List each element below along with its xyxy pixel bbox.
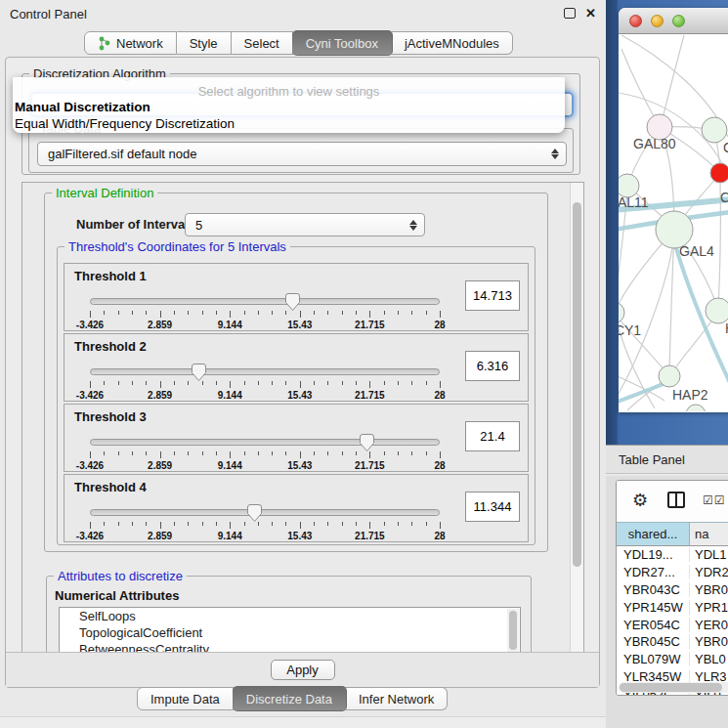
table-row[interactable]: YER054CYER0 <box>617 616 728 633</box>
slider-track[interactable] <box>90 509 440 516</box>
threshold-label: Threshold 3 <box>74 409 147 424</box>
tick-label: -3.426 <box>76 320 104 330</box>
network-node[interactable] <box>619 302 624 323</box>
tick-label: 28 <box>434 390 445 401</box>
algorithm-dropdown-popup: Select algorithm to view settings Manual… <box>13 77 565 133</box>
mac-window-titlebar[interactable] <box>619 8 728 34</box>
table-toolbar: ⚙ ☑☑ <box>617 481 728 522</box>
slider-thumb[interactable] <box>191 363 207 382</box>
tick-label: 21.715 <box>355 531 385 541</box>
threshold-panel-4: Threshold 4-3.4262.8599.14415.4321.71528… <box>64 474 529 542</box>
column-header-name[interactable]: na <box>690 523 728 545</box>
gear-icon[interactable]: ⚙ <box>632 490 648 511</box>
column-header-shared[interactable]: shared... <box>617 523 690 545</box>
threshold-slider[interactable]: -3.4262.8599.14415.4321.71528 <box>90 437 440 466</box>
slider-track[interactable] <box>90 439 440 446</box>
network-canvas[interactable]: GAL80GACGAL11GAL4GCY1HHAP2 <box>619 35 728 411</box>
threshold-value-field[interactable]: 21.4 <box>465 421 520 451</box>
table-panel-title: Table Panel <box>619 452 685 467</box>
table-row[interactable]: YDL19...YDL1 <box>617 546 728 564</box>
tab-discretize-data[interactable]: Discretize Data <box>233 686 347 711</box>
tick-label: 2.859 <box>148 390 172 401</box>
tab-infer-network[interactable]: Infer Network <box>346 687 448 710</box>
network-node[interactable] <box>659 365 680 387</box>
tab-cyni-toolbox[interactable]: Cyni Toolbox <box>292 30 393 56</box>
threshold-slider[interactable]: -3.4262.8599.14415.4321.71528 <box>90 366 440 396</box>
tick-label: 28 <box>434 320 445 330</box>
node-table: ⚙ ☑☑ shared... na YDL19...YDL1YDR27...YD… <box>616 480 728 696</box>
tab-network[interactable]: Network <box>84 31 177 55</box>
node-label: GAL4 <box>679 243 714 259</box>
slider-thumb[interactable] <box>359 433 375 452</box>
cell-name: YBR0 <box>690 582 728 597</box>
attribute-item[interactable]: TopologicalCoefficient <box>60 624 520 641</box>
algorithm-option-manual[interactable]: Manual Discretization <box>15 100 150 114</box>
tick-label: 2.859 <box>148 320 172 330</box>
table-row[interactable]: YBR043CYBR0 <box>617 581 728 599</box>
zoom-traffic-light-icon[interactable] <box>672 15 685 27</box>
tick-label: 28 <box>434 460 445 471</box>
slider-ticks <box>90 311 440 319</box>
slider-track[interactable] <box>90 368 440 375</box>
cell-shared-name: YBR045C <box>617 634 690 649</box>
tick-label: 9.144 <box>218 320 242 330</box>
attributes-group-title: Attributes to discretize <box>54 569 187 583</box>
threshold-value-field[interactable]: 11.344 <box>465 492 520 522</box>
float-window-icon[interactable] <box>564 8 576 19</box>
slider-thumb[interactable] <box>246 503 263 523</box>
number-of-intervals-value: 5 <box>186 218 407 233</box>
tab-select[interactable]: Select <box>232 31 293 55</box>
table-row[interactable]: YPR145WYPR1 <box>617 598 728 616</box>
threshold-label: Threshold 4 <box>74 480 147 494</box>
tab-style[interactable]: Style <box>177 31 232 55</box>
network-node[interactable] <box>686 405 706 411</box>
scrollbar-thumb[interactable] <box>620 683 722 692</box>
tick-label: -3.426 <box>76 390 104 401</box>
slider-thumb[interactable] <box>284 292 301 312</box>
scrollbar-thumb[interactable] <box>573 202 581 567</box>
cell-shared-name: YPR145W <box>617 600 690 615</box>
minimize-traffic-light-icon[interactable] <box>651 15 664 27</box>
number-of-intervals-combobox[interactable]: 5 <box>185 213 425 236</box>
panel-vertical-scrollbar[interactable] <box>570 183 583 652</box>
bottom-tab-strip: Impute DataDiscretize DataInfer Network <box>137 687 448 710</box>
cell-shared-name: YBL079W <box>617 652 690 666</box>
table-header-row: shared... na <box>617 522 728 546</box>
attribute-item[interactable]: SelfLoops <box>60 608 520 624</box>
threshold-value-field[interactable]: 6.316 <box>465 351 520 381</box>
table-row[interactable]: YBL079WYBL0 <box>617 651 728 668</box>
tick-label: 2.859 <box>148 460 172 471</box>
close-traffic-light-icon[interactable] <box>629 15 642 27</box>
node-label: GCY1 <box>619 322 641 338</box>
cell-name: YBL0 <box>690 652 728 666</box>
tick-label: 2.859 <box>148 531 172 541</box>
threshold-value-field[interactable]: 14.713 <box>465 280 520 311</box>
split-view-icon[interactable] <box>667 492 685 508</box>
tick-label: 21.715 <box>355 320 385 330</box>
tab-label: Network <box>116 36 163 51</box>
close-icon[interactable]: ✕ <box>585 6 596 21</box>
slider-track[interactable] <box>90 298 440 305</box>
tab-jactivemnodules[interactable]: jActiveMNodules <box>392 31 513 55</box>
threshold-slider[interactable]: -3.4262.8599.14415.4321.71528 <box>90 296 440 325</box>
table-data-combobox[interactable]: galFiltered.sif default node <box>37 142 567 166</box>
network-node[interactable] <box>710 163 728 183</box>
cell-name: YDL1 <box>690 547 728 562</box>
threshold-slider[interactable]: -3.4262.8599.14415.4321.71528 <box>90 507 440 536</box>
right-region: GAL80GACGAL11GAL4GCY1HHAP2 Table Panel ⚙… <box>606 0 728 728</box>
cell-shared-name: YBR043C <box>617 582 690 597</box>
tab-label: Discretize Data <box>246 692 332 707</box>
algorithm-option-equal-width[interactable]: Equal Width/Frequency Discretization <box>15 116 235 131</box>
slider-ticks <box>90 451 440 459</box>
table-row[interactable]: YDR27...YDR2 <box>617 564 728 581</box>
tab-impute-data[interactable]: Impute Data <box>137 687 234 710</box>
checkbox-columns-icon[interactable]: ☑☑ <box>703 493 726 507</box>
table-row[interactable]: YBR045CYBR0 <box>617 633 728 651</box>
attributes-list-scrollbar[interactable] <box>507 609 519 653</box>
numerical-attributes-list[interactable]: SelfLoopsTopologicalCoefficientBetweenne… <box>59 607 521 653</box>
threshold-panel-3: Threshold 3-3.4262.8599.14415.4321.71528… <box>64 404 529 472</box>
scrollbar-thumb[interactable] <box>509 611 517 650</box>
table-horizontal-scrollbar[interactable] <box>619 682 728 693</box>
tab-label: Impute Data <box>150 692 220 707</box>
apply-button[interactable]: Apply <box>271 660 335 680</box>
